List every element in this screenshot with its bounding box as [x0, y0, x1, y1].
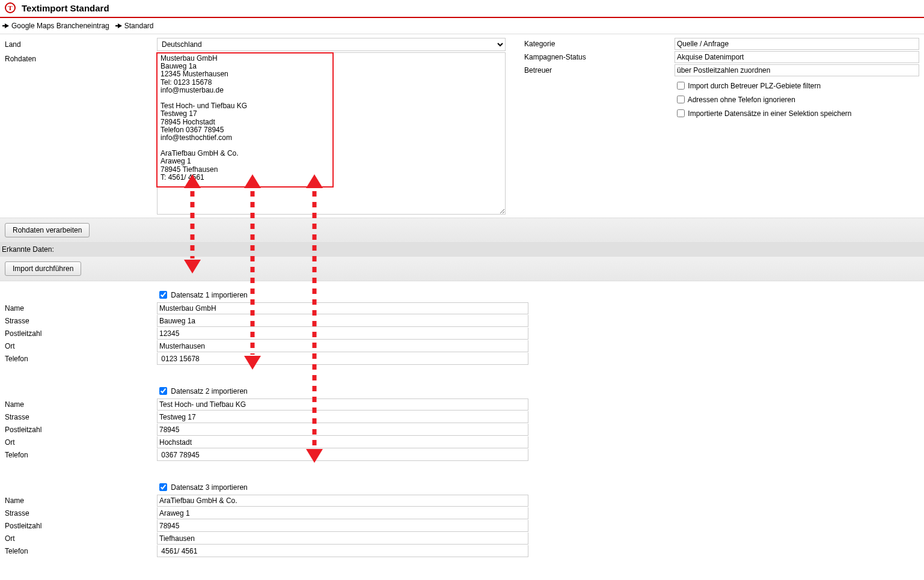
record-2-telefon-input[interactable] — [157, 449, 528, 461]
breadcrumb-item-google-maps[interactable]: Google Maps Brancheneintrag — [5, 22, 109, 30]
record-1-strasse-input[interactable] — [157, 315, 528, 327]
record-1-telefon-input[interactable] — [157, 353, 528, 365]
opt-ignore-no-phone[interactable]: Adressen ohne Telefon ignorieren — [675, 96, 795, 104]
record-2-plz-input[interactable] — [157, 424, 528, 436]
main-area: Land Deutschland Rohdaten Kategorie Kamp… — [0, 34, 924, 218]
opt-save-selection[interactable]: Importierte Datensätze in einer Selektio… — [675, 109, 852, 118]
opt-filter-plz[interactable]: Import durch Betreuer PLZ-Gebiete filter… — [675, 82, 821, 90]
record-3-telefon-input[interactable] — [157, 545, 528, 557]
field-label-strasse: Strasse — [5, 315, 157, 328]
record-block-3: Datensatz 3 importieren Name Strasse Pos… — [5, 478, 924, 558]
opt-ignore-no-phone-checkbox[interactable] — [677, 96, 685, 103]
record-block-2: Datensatz 2 importieren Name Strasse Pos… — [5, 382, 924, 462]
field-label-plz: Postleitzahl — [5, 424, 157, 436]
opt-save-selection-checkbox[interactable] — [677, 109, 685, 117]
opt-ignore-no-phone-label: Adressen ohne Telefon ignorieren — [688, 96, 795, 104]
records-container: Datensatz 1 importieren Name Strasse Pos… — [0, 286, 924, 558]
breadcrumb-label: Standard — [124, 22, 154, 30]
record-3-import-label: Datensatz 3 importieren — [171, 483, 247, 492]
field-label-ort: Ort — [5, 436, 157, 449]
record-1-plz-input[interactable] — [157, 328, 528, 340]
field-label-strasse: Strasse — [5, 507, 157, 520]
field-label-telefon: Telefon — [5, 545, 157, 558]
record-2-name-input[interactable] — [157, 398, 528, 411]
field-label-plz: Postleitzahl — [5, 328, 157, 340]
record-3-import-toggle[interactable]: Datensatz 3 importieren — [157, 483, 248, 492]
right-column: Kategorie Kampagnen-Status Betreuer Impo… — [517, 34, 924, 218]
record-3-import-checkbox[interactable] — [159, 483, 167, 491]
record-1-import-checkbox[interactable] — [159, 291, 167, 299]
betreuer-label: Betreuer — [524, 65, 675, 76]
arrow-right-icon — [5, 23, 9, 28]
page-title: Textimport Standard — [22, 3, 109, 13]
record-1-import-toggle[interactable]: Datensatz 1 importieren — [157, 291, 248, 299]
action-bar-process: Rohdaten verarbeiten — [0, 218, 924, 243]
rohdaten-verarbeiten-button[interactable]: Rohdaten verarbeiten — [5, 223, 90, 237]
record-2-import-label: Datensatz 2 importieren — [171, 387, 247, 395]
kategorie-label: Kategorie — [524, 38, 675, 49]
record-2-import-checkbox[interactable] — [159, 387, 167, 395]
land-select[interactable]: Deutschland — [157, 38, 506, 51]
left-column: Land Deutschland Rohdaten — [0, 34, 517, 218]
erkannte-daten-header: Erkannte Daten: — [0, 243, 924, 256]
breadcrumb-item-standard[interactable]: Standard — [118, 22, 154, 30]
kampagnen-status-input[interactable] — [675, 51, 919, 63]
opt-filter-plz-label: Import durch Betreuer PLZ-Gebiete filter… — [688, 82, 821, 90]
record-2-ort-input[interactable] — [157, 436, 528, 448]
record-2-import-toggle[interactable]: Datensatz 2 importieren — [157, 387, 248, 395]
field-label-ort: Ort — [5, 340, 157, 353]
rohdaten-label: Rohdaten — [5, 52, 157, 66]
record-3-ort-input[interactable] — [157, 533, 528, 545]
field-label-ort: Ort — [5, 533, 157, 545]
record-2-strasse-input[interactable] — [157, 411, 528, 423]
rohdaten-textarea[interactable] — [157, 52, 506, 215]
record-3-plz-input[interactable] — [157, 520, 528, 532]
field-label-plz: Postleitzahl — [5, 520, 157, 533]
field-label-telefon: Telefon — [5, 449, 157, 462]
record-1-import-label: Datensatz 1 importieren — [171, 291, 247, 299]
record-block-1: Datensatz 1 importieren Name Strasse Pos… — [5, 286, 924, 365]
opt-save-selection-label: Importierte Datensätze in einer Selektio… — [688, 109, 851, 118]
record-1-ort-input[interactable] — [157, 340, 528, 352]
betreuer-input[interactable] — [675, 64, 919, 76]
record-3-strasse-input[interactable] — [157, 507, 528, 519]
opt-filter-plz-checkbox[interactable] — [677, 82, 685, 90]
app-logo-icon: T — [5, 2, 16, 13]
action-bar-import: Import durchführen — [0, 256, 924, 281]
record-3-name-input[interactable] — [157, 495, 528, 507]
field-label-telefon: Telefon — [5, 353, 157, 365]
field-label-name: Name — [5, 302, 157, 315]
breadcrumb-label: Google Maps Brancheneintrag — [11, 22, 109, 30]
record-1-name-input[interactable] — [157, 302, 528, 314]
arrow-right-icon — [118, 23, 122, 28]
import-durchfuehren-button[interactable]: Import durchführen — [5, 261, 81, 276]
field-label-name: Name — [5, 495, 157, 507]
kampagnen-status-label: Kampagnen-Status — [524, 52, 675, 63]
field-label-name: Name — [5, 398, 157, 411]
breadcrumb: Google Maps Brancheneintrag Standard — [0, 18, 924, 34]
app-header: T Textimport Standard — [0, 0, 924, 18]
land-label: Land — [5, 38, 157, 51]
field-label-strasse: Strasse — [5, 411, 157, 424]
kategorie-input[interactable] — [675, 38, 919, 50]
